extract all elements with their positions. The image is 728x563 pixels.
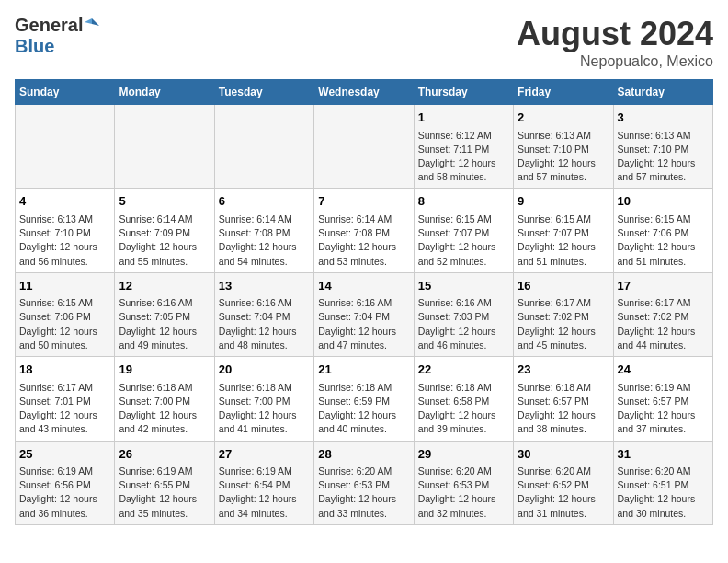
table-row: 21Sunrise: 6:18 AM Sunset: 6:59 PM Dayli… xyxy=(314,357,414,441)
day-number: 20 xyxy=(219,361,310,379)
day-number: 23 xyxy=(518,361,609,379)
day-info: Sunrise: 6:20 AM Sunset: 6:53 PM Dayligh… xyxy=(318,465,409,521)
day-number: 18 xyxy=(19,361,110,379)
table-row: 9Sunrise: 6:15 AM Sunset: 7:07 PM Daylig… xyxy=(514,189,613,272)
table-row: 17Sunrise: 6:17 AM Sunset: 7:02 PM Dayli… xyxy=(613,272,712,356)
header: General Blue August 2024 Nepopualco, Mex… xyxy=(15,15,713,70)
table-row: 29Sunrise: 6:20 AM Sunset: 6:53 PM Dayli… xyxy=(414,441,513,524)
day-info: Sunrise: 6:19 AM Sunset: 6:57 PM Dayligh… xyxy=(618,381,709,437)
svg-marker-1 xyxy=(85,18,92,24)
table-row: 26Sunrise: 6:19 AM Sunset: 6:55 PM Dayli… xyxy=(115,441,214,524)
header-thursday: Thursday xyxy=(414,80,513,105)
table-row: 6Sunrise: 6:14 AM Sunset: 7:08 PM Daylig… xyxy=(214,189,313,272)
table-row: 5Sunrise: 6:14 AM Sunset: 7:09 PM Daylig… xyxy=(115,189,214,272)
table-row: 3Sunrise: 6:13 AM Sunset: 7:10 PM Daylig… xyxy=(613,105,712,189)
header-saturday: Saturday xyxy=(613,80,712,105)
table-row xyxy=(314,105,414,189)
day-number: 25 xyxy=(19,445,110,464)
day-info: Sunrise: 6:12 AM Sunset: 7:11 PM Dayligh… xyxy=(418,129,509,185)
calendar-table: Sunday Monday Tuesday Wednesday Thursday… xyxy=(15,79,713,525)
table-row: 10Sunrise: 6:15 AM Sunset: 7:06 PM Dayli… xyxy=(613,189,712,272)
day-number: 6 xyxy=(219,192,310,211)
table-row: 20Sunrise: 6:18 AM Sunset: 7:00 PM Dayli… xyxy=(214,357,313,441)
day-number: 26 xyxy=(119,445,210,464)
day-info: Sunrise: 6:15 AM Sunset: 7:07 PM Dayligh… xyxy=(418,213,509,269)
day-info: Sunrise: 6:16 AM Sunset: 7:04 PM Dayligh… xyxy=(219,296,310,352)
day-number: 28 xyxy=(318,445,409,464)
table-row: 31Sunrise: 6:20 AM Sunset: 6:51 PM Dayli… xyxy=(613,441,712,524)
day-number: 4 xyxy=(19,192,110,211)
day-number: 29 xyxy=(418,445,509,464)
table-row xyxy=(214,105,313,189)
day-info: Sunrise: 6:20 AM Sunset: 6:51 PM Dayligh… xyxy=(618,465,709,521)
day-info: Sunrise: 6:17 AM Sunset: 7:02 PM Dayligh… xyxy=(518,296,609,352)
calendar-header-row: Sunday Monday Tuesday Wednesday Thursday… xyxy=(16,80,713,105)
table-row xyxy=(16,105,115,189)
day-info: Sunrise: 6:16 AM Sunset: 7:05 PM Dayligh… xyxy=(119,296,210,352)
calendar-week-row: 18Sunrise: 6:17 AM Sunset: 7:01 PM Dayli… xyxy=(16,357,713,441)
day-info: Sunrise: 6:14 AM Sunset: 7:08 PM Dayligh… xyxy=(318,213,409,269)
table-row: 2Sunrise: 6:13 AM Sunset: 7:10 PM Daylig… xyxy=(514,105,613,189)
table-row: 16Sunrise: 6:17 AM Sunset: 7:02 PM Dayli… xyxy=(514,272,613,356)
day-info: Sunrise: 6:20 AM Sunset: 6:52 PM Dayligh… xyxy=(518,465,609,521)
day-number: 22 xyxy=(418,361,509,379)
day-number: 21 xyxy=(318,361,409,379)
day-number: 12 xyxy=(119,277,210,295)
day-info: Sunrise: 6:18 AM Sunset: 6:59 PM Dayligh… xyxy=(318,381,409,437)
table-row: 30Sunrise: 6:20 AM Sunset: 6:52 PM Dayli… xyxy=(514,441,613,524)
day-info: Sunrise: 6:13 AM Sunset: 7:10 PM Dayligh… xyxy=(518,129,609,185)
day-info: Sunrise: 6:13 AM Sunset: 7:10 PM Dayligh… xyxy=(618,129,709,185)
day-info: Sunrise: 6:16 AM Sunset: 7:04 PM Dayligh… xyxy=(318,296,409,352)
day-number: 7 xyxy=(318,192,409,211)
day-number: 8 xyxy=(418,192,509,211)
calendar-week-row: 4Sunrise: 6:13 AM Sunset: 7:10 PM Daylig… xyxy=(16,189,713,272)
table-row: 7Sunrise: 6:14 AM Sunset: 7:08 PM Daylig… xyxy=(314,189,414,272)
day-info: Sunrise: 6:15 AM Sunset: 7:07 PM Dayligh… xyxy=(518,213,609,269)
table-row: 13Sunrise: 6:16 AM Sunset: 7:04 PM Dayli… xyxy=(214,272,313,356)
day-number: 14 xyxy=(318,277,409,295)
day-number: 24 xyxy=(618,361,709,379)
day-number: 3 xyxy=(618,109,709,127)
header-monday: Monday xyxy=(115,80,214,105)
page-title: August 2024 xyxy=(517,15,713,53)
day-info: Sunrise: 6:18 AM Sunset: 7:00 PM Dayligh… xyxy=(219,381,310,437)
day-number: 17 xyxy=(618,277,709,295)
day-info: Sunrise: 6:15 AM Sunset: 7:06 PM Dayligh… xyxy=(19,296,110,352)
table-row: 1Sunrise: 6:12 AM Sunset: 7:11 PM Daylig… xyxy=(414,105,513,189)
day-info: Sunrise: 6:15 AM Sunset: 7:06 PM Dayligh… xyxy=(618,213,709,269)
calendar-week-row: 11Sunrise: 6:15 AM Sunset: 7:06 PM Dayli… xyxy=(16,272,713,356)
day-number: 19 xyxy=(119,361,210,379)
logo-general-text: General xyxy=(15,15,83,36)
table-row: 28Sunrise: 6:20 AM Sunset: 6:53 PM Dayli… xyxy=(314,441,414,524)
table-row: 23Sunrise: 6:18 AM Sunset: 6:57 PM Dayli… xyxy=(514,357,613,441)
day-number: 9 xyxy=(518,192,609,211)
day-info: Sunrise: 6:18 AM Sunset: 6:58 PM Dayligh… xyxy=(418,381,509,437)
calendar-week-row: 1Sunrise: 6:12 AM Sunset: 7:11 PM Daylig… xyxy=(16,105,713,189)
svg-marker-0 xyxy=(92,18,99,26)
table-row: 18Sunrise: 6:17 AM Sunset: 7:01 PM Dayli… xyxy=(16,357,115,441)
day-info: Sunrise: 6:13 AM Sunset: 7:10 PM Dayligh… xyxy=(19,213,110,269)
table-row: 4Sunrise: 6:13 AM Sunset: 7:10 PM Daylig… xyxy=(16,189,115,272)
day-number: 27 xyxy=(219,445,310,464)
day-number: 15 xyxy=(418,277,509,295)
day-info: Sunrise: 6:19 AM Sunset: 6:56 PM Dayligh… xyxy=(19,465,110,521)
day-number: 30 xyxy=(518,445,609,464)
day-number: 2 xyxy=(518,109,609,127)
table-row: 15Sunrise: 6:16 AM Sunset: 7:03 PM Dayli… xyxy=(414,272,513,356)
table-row: 12Sunrise: 6:16 AM Sunset: 7:05 PM Dayli… xyxy=(115,272,214,356)
header-wednesday: Wednesday xyxy=(314,80,414,105)
header-friday: Friday xyxy=(514,80,613,105)
header-tuesday: Tuesday xyxy=(214,80,313,105)
table-row: 24Sunrise: 6:19 AM Sunset: 6:57 PM Dayli… xyxy=(613,357,712,441)
table-row: 14Sunrise: 6:16 AM Sunset: 7:04 PM Dayli… xyxy=(314,272,414,356)
table-row: 8Sunrise: 6:15 AM Sunset: 7:07 PM Daylig… xyxy=(414,189,513,272)
day-number: 1 xyxy=(418,109,509,127)
day-info: Sunrise: 6:18 AM Sunset: 6:57 PM Dayligh… xyxy=(518,381,609,437)
logo-blue-text: Blue xyxy=(15,36,54,56)
calendar-week-row: 25Sunrise: 6:19 AM Sunset: 6:56 PM Dayli… xyxy=(16,441,713,524)
day-number: 10 xyxy=(618,192,709,211)
day-number: 31 xyxy=(618,445,709,464)
table-row xyxy=(115,105,214,189)
logo-bird-icon xyxy=(85,17,99,31)
day-info: Sunrise: 6:14 AM Sunset: 7:09 PM Dayligh… xyxy=(119,213,210,269)
